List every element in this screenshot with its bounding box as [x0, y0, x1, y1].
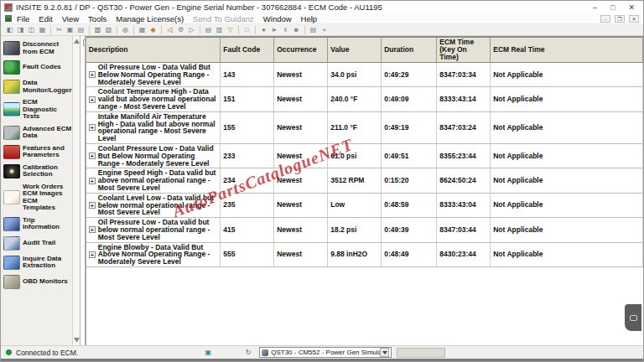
screen-capture-badge[interactable] — [625, 304, 641, 331]
fault-description: Coolant Pressure Low - Data Valid But Be… — [98, 145, 218, 167]
connect-icon[interactable]: ◧ — [5, 25, 14, 34]
scroll-up-icon[interactable] — [74, 38, 80, 44]
record-icon[interactable]: ● — [259, 25, 268, 34]
expand-icon[interactable]: + — [89, 153, 96, 159]
announce-icon[interactable]: ◁ — [165, 25, 174, 34]
play-icon[interactable]: ► — [270, 25, 279, 34]
sidebar-item-fault-codes[interactable]: Fault Codes — [3, 60, 72, 75]
sidebar-item-trip-information[interactable]: Trip Information — [3, 217, 72, 231]
minimize-button[interactable]: – — [593, 3, 597, 12]
col-ecm-real-time[interactable]: ECM Real Time — [491, 37, 643, 63]
menu-tools[interactable]: Tools — [88, 14, 106, 23]
menu-edit[interactable]: Edit — [39, 14, 52, 23]
child-restore-button[interactable]: ❐ — [615, 15, 625, 23]
expand-icon[interactable]: + — [89, 71, 96, 78]
settings-icon[interactable]: ⚙ — [176, 25, 185, 34]
ecm-real-time: Not Applicable — [491, 87, 643, 111]
menu-window[interactable]: Window — [263, 14, 292, 23]
workspace-icon[interactable]: ▦ — [38, 25, 47, 34]
import-icon[interactable]: ▥ — [215, 25, 224, 34]
send-icon[interactable]: ▷ — [187, 25, 196, 34]
pause-icon[interactable]: ‖ — [281, 25, 290, 34]
table-row[interactable]: +Oil Pressure Low - Data valid but below… — [86, 218, 643, 242]
fault-description: Oil Pressure Low - Data valid but below … — [98, 219, 218, 240]
title-bar: INSITE 9.2.0.81 / DP - QST30 - Power Gen… — [1, 1, 643, 13]
expand-icon[interactable]: + — [89, 251, 96, 258]
expand-icon[interactable]: + — [89, 124, 96, 131]
new-window-icon[interactable]: □ — [242, 25, 252, 34]
ecm-time: 8333:43:14 — [437, 87, 491, 111]
log-icon[interactable]: ▤ — [309, 25, 318, 34]
chevron-down-icon[interactable] — [380, 348, 389, 357]
fault-table-area: Description Fault Code Occurrence Value … — [86, 36, 643, 345]
refresh-status-icon: ↻ — [244, 349, 252, 357]
scroll-down-icon[interactable] — [74, 338, 80, 344]
simulator-dropdown[interactable]: QST30 - CM552 - Power Gen Simulator — [259, 347, 392, 358]
sidebar-scrollbar[interactable] — [72, 36, 80, 345]
col-value[interactable]: Value — [328, 37, 382, 63]
value: 211.0 °F — [328, 111, 382, 143]
status-bar: Connected to ECM. ▣ ↻ QST30 - CM552 - Po… — [1, 345, 643, 361]
col-occurrence[interactable]: Occurrence — [274, 37, 328, 63]
menu-manage-licenses[interactable]: Manage License(s) — [116, 14, 184, 23]
sidebar-item-data-monitor-logger[interactable]: Data Monitor/Logger — [3, 80, 72, 94]
fault-code: 233 — [221, 143, 274, 168]
col-duration[interactable]: Duration — [382, 37, 437, 63]
close-button[interactable]: ✕ — [628, 3, 635, 12]
table-row[interactable]: +Coolant Level Low - Data valid but belo… — [86, 193, 643, 217]
sidebar-item-work-orders[interactable]: Work Orders ECM Images ECM Templates — [3, 184, 72, 212]
sidebar-item-inquire-data-extraction[interactable]: Inquire Data Extraction — [3, 256, 72, 270]
filter-icon[interactable]: ▽ — [226, 25, 235, 34]
print-preview-icon[interactable]: ▧ — [104, 25, 113, 34]
sidebar-item-advanced-ecm-data[interactable]: Advanced ECM Data — [3, 126, 72, 140]
expand-icon[interactable]: + — [89, 202, 96, 209]
occurrence: Newest — [274, 242, 328, 266]
col-description[interactable]: Description — [86, 37, 221, 63]
ecm-time: 8333:43:04 — [437, 193, 491, 217]
col-fault-code[interactable]: Fault Code — [221, 37, 274, 63]
audit-trail-icon — [3, 236, 20, 251]
table-row[interactable]: +Intake Manifold Air Temperature High - … — [86, 111, 643, 143]
calendar-icon[interactable]: ▦ — [138, 25, 147, 34]
stop-icon[interactable]: ■ — [292, 25, 301, 34]
copy-icon[interactable]: ▣ — [65, 25, 75, 34]
child-close-button[interactable]: ✕ — [629, 15, 639, 23]
sidebar-item-calibration-selection[interactable]: Calibration Selection — [3, 164, 72, 178]
duration: 0:49:39 — [382, 218, 437, 242]
reset-ecm-icon[interactable]: ◫ — [27, 25, 36, 34]
app-icon — [4, 3, 13, 12]
menu-file[interactable]: File — [17, 14, 29, 23]
table-row[interactable]: +Engine Blowby - Data Valid But Above No… — [86, 242, 643, 266]
table-row[interactable]: +Coolant Temperature High - Data valid b… — [86, 87, 643, 111]
menu-view[interactable]: View — [62, 14, 79, 23]
ecm-real-time: Not Applicable — [491, 193, 643, 217]
sidebar-item-obd-monitors[interactable]: OBD Monitors — [3, 275, 72, 289]
expand-icon[interactable]: + — [89, 178, 96, 184]
expand-icon[interactable]: + — [89, 226, 96, 233]
col-ecm-time[interactable]: ECM Time (Key On Time) — [437, 37, 491, 63]
fault-description: Coolant Level Low - Data valid but below… — [98, 194, 218, 216]
delete-icon[interactable]: × — [319, 25, 329, 34]
maximize-button[interactable]: □ — [610, 3, 615, 12]
child-minimize-button[interactable]: – — [600, 15, 610, 23]
search-icon[interactable]: ◎ — [121, 25, 130, 34]
disconnect-toolbar-icon[interactable]: ◨ — [16, 25, 25, 34]
child-window-icon[interactable] — [5, 15, 12, 22]
sidebar-item-features-and-parameters[interactable]: Features and Parameters — [3, 145, 72, 159]
menu-help[interactable]: Help — [301, 14, 318, 23]
key-icon[interactable]: ◆ — [148, 25, 158, 34]
calibration-disc-icon — [3, 164, 20, 178]
cut-icon[interactable]: ✂ — [55, 25, 64, 34]
expand-icon[interactable]: + — [89, 96, 96, 103]
paste-icon[interactable]: ▤ — [76, 25, 86, 34]
value: 3512 RPM — [328, 168, 382, 193]
sidebar-item-disconnect-from-ecm[interactable]: Disconnect from ECM — [3, 41, 72, 55]
table-row[interactable]: +Engine Speed High - Data valid but abov… — [86, 168, 643, 193]
export-icon[interactable]: ▤ — [204, 25, 213, 34]
sidebar-item-ecm-diagnostic-tests[interactable]: ECM Diagnostic Tests — [3, 99, 72, 121]
sidebar-item-audit-trail[interactable]: Audit Trail — [3, 236, 72, 251]
table-row[interactable]: +Coolant Pressure Low - Data Valid But B… — [86, 143, 643, 168]
ecm-monitor-icon: ▣ — [204, 349, 212, 357]
table-row[interactable]: +Oil Pressure Low - Data Valid But Below… — [86, 63, 643, 87]
print-icon[interactable]: ▥ — [93, 25, 102, 34]
